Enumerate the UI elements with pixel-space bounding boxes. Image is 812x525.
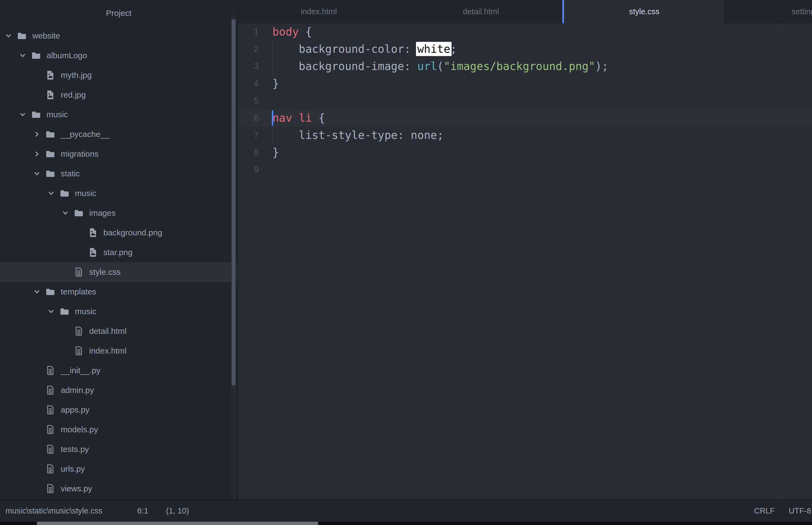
token-plain: { <box>312 111 325 124</box>
code-line-3[interactable]: 3 background-image: url("images/backgrou… <box>238 58 812 75</box>
folder-icon <box>31 51 41 60</box>
code-text[interactable]: background-image: url("images/background… <box>270 58 812 75</box>
tree-item-label: images <box>89 208 116 217</box>
code-line-8[interactable]: 8} <box>238 144 812 161</box>
tree-item-label: background.png <box>103 228 162 237</box>
tab-style.css[interactable]: style.css <box>562 0 724 23</box>
tree-item-models.py[interactable]: models.py <box>0 420 237 439</box>
chevron-down-icon[interactable] <box>33 169 41 178</box>
code-line-9[interactable]: 9 <box>238 161 812 178</box>
chevron-down-icon[interactable] <box>47 308 55 316</box>
text-file-icon <box>45 425 55 435</box>
code-text[interactable]: list-style-type: none; <box>270 126 812 144</box>
chevron-down-icon[interactable] <box>19 110 27 119</box>
code-line-2[interactable]: 2 background-color: white; <box>238 41 812 58</box>
tree-item-label: tests.py <box>61 445 89 454</box>
tree-item-music[interactable]: music <box>0 302 237 321</box>
code-text[interactable]: } <box>270 75 812 92</box>
tree-item-urls.py[interactable]: urls.py <box>0 459 237 479</box>
tree-item-apps.py[interactable]: apps.py <box>0 400 237 420</box>
tree-item-website[interactable]: website <box>0 26 237 46</box>
code-text[interactable]: } <box>270 144 812 161</box>
folder-icon <box>60 189 70 197</box>
folder-icon <box>45 130 55 138</box>
tree-item-label: __pycache__ <box>61 130 109 139</box>
chevron-down-icon[interactable] <box>47 189 55 197</box>
tree-item-label: templates <box>61 287 96 296</box>
bottom-scrollbar-thumb[interactable] <box>37 522 318 525</box>
code-line-6[interactable]: 6nav li { <box>238 109 812 126</box>
indent-guide <box>272 41 273 58</box>
token-plain: } <box>272 77 279 90</box>
tab-label: style.css <box>629 7 659 16</box>
tree-item-admin.py[interactable]: admin.py <box>0 380 237 400</box>
tree-item-star.png[interactable]: star.png <box>0 242 237 262</box>
folder-icon <box>74 209 84 217</box>
tree-item-label: models.py <box>61 425 98 434</box>
code-line-7[interactable]: 7 list-style-type: none; <box>238 126 812 144</box>
chevron-right-icon[interactable] <box>33 130 41 138</box>
code-line-4[interactable]: 4} <box>238 75 812 92</box>
tree-scrollbar-track[interactable] <box>231 15 236 499</box>
chevron-down-icon[interactable] <box>19 51 27 60</box>
code-text[interactable]: background-color: white; <box>270 41 812 58</box>
code-text[interactable] <box>270 161 812 178</box>
code-text[interactable]: nav li { <box>270 109 812 126</box>
tree-item-label: style.css <box>89 267 121 277</box>
tree-item-tests.py[interactable]: tests.py <box>0 439 237 459</box>
tree-item-music[interactable]: music <box>0 183 237 203</box>
text-file-icon <box>45 444 55 454</box>
text-file-icon <box>45 464 55 474</box>
code-editor[interactable]: 1body {2 background-color: white;3 backg… <box>238 23 812 499</box>
tree-item-migrations[interactable]: migrations <box>0 144 237 164</box>
tree-item-views.py[interactable]: views.py <box>0 479 237 498</box>
tree-item-images[interactable]: images <box>0 203 237 223</box>
indent-guide <box>272 126 273 144</box>
tree-item-label: albumLogo <box>46 51 87 60</box>
status-encoding[interactable]: UTF-8 <box>789 500 811 522</box>
tree-item-label: migrations <box>61 149 99 159</box>
tree-item-albumLogo[interactable]: albumLogo <box>0 46 237 65</box>
tree-item-__pycache__[interactable]: __pycache__ <box>0 124 237 144</box>
token-plain: list-style-type: none; <box>272 129 443 141</box>
file-tree: websitealbumLogomyth.jpgred.jpgmusic__py… <box>0 26 237 498</box>
code-text[interactable] <box>270 92 812 109</box>
tree-item-label: views.py <box>61 484 92 493</box>
text-file-icon <box>45 385 55 395</box>
tree-item-background.png[interactable]: background.png <box>0 223 237 242</box>
chevron-down-icon[interactable] <box>4 32 13 40</box>
status-cursor-position[interactable]: 6:1 <box>137 500 148 522</box>
line-number: 4 <box>238 75 270 92</box>
tree-item-myth.jpg[interactable]: myth.jpg <box>0 65 237 85</box>
code-line-1[interactable]: 1body { <box>238 23 812 41</box>
tree-item-label: admin.py <box>61 386 94 395</box>
chevron-down-icon[interactable] <box>61 209 70 217</box>
bottom-scrollbar[interactable] <box>0 522 812 525</box>
tree-item-detail.html[interactable]: detail.html <box>0 321 237 341</box>
tree-item-style.css[interactable]: style.css <box>0 262 237 282</box>
code-line-5[interactable]: 5 <box>238 92 812 109</box>
tree-item-red.jpg[interactable]: red.jpg <box>0 85 237 105</box>
code-text[interactable]: body { <box>270 23 812 41</box>
tree-scrollbar-thumb[interactable] <box>232 19 236 386</box>
tree-item-templates[interactable]: templates <box>0 282 237 302</box>
tab-detail.html[interactable]: detail.html <box>400 0 562 23</box>
indent-guide <box>272 58 273 75</box>
tree-item-label: music <box>75 189 96 198</box>
status-file-path: music\static\music\style.css <box>5 500 103 522</box>
status-line-ending[interactable]: CRLF <box>754 500 775 522</box>
image-file-icon <box>45 70 55 80</box>
chevron-right-icon[interactable] <box>33 150 41 158</box>
tree-item-label: star.png <box>103 248 133 257</box>
tree-item-index.html[interactable]: index.html <box>0 341 237 361</box>
chevron-down-icon[interactable] <box>33 288 41 296</box>
tree-item-music[interactable]: music <box>0 105 237 124</box>
tab-settings[interactable]: settings <box>724 0 812 23</box>
token-string: "images/background.png" <box>443 60 595 73</box>
tree-item-label: music <box>75 307 96 316</box>
folder-icon <box>31 110 41 119</box>
tree-item-static[interactable]: static <box>0 164 237 183</box>
tree-item-__init__.py[interactable]: __init__.py <box>0 361 237 380</box>
line-number: 3 <box>238 58 270 75</box>
tab-index.html[interactable]: index.html <box>238 0 400 23</box>
